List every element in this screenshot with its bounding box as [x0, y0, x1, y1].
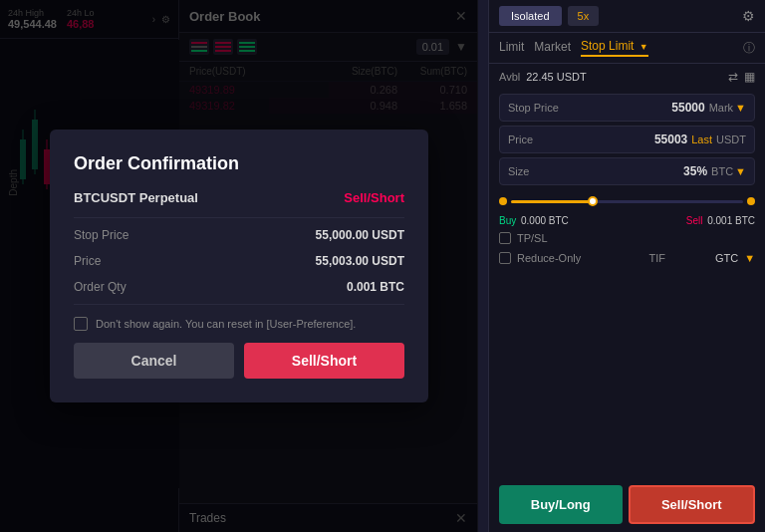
modal-instrument-row: BTCUSDT Perpetual Sell/Short	[74, 190, 404, 205]
size-dropdown-icon[interactable]: ▼	[735, 165, 746, 177]
modal-instrument-name: BTCUSDT Perpetual	[74, 190, 198, 205]
size-field[interactable]: Size 35% BTC ▼	[499, 157, 755, 185]
slider-fill	[511, 200, 593, 203]
wallet-icon[interactable]: ▦	[744, 70, 755, 84]
tab-stop-limit[interactable]: Stop Limit ▼	[581, 39, 648, 57]
buy-sell-qty-labels: Buy 0.000 BTC Sell 0.001 BTC	[489, 213, 765, 228]
price-unit-usdt: USDT	[716, 133, 746, 145]
size-slider[interactable]	[511, 200, 743, 203]
price-value[interactable]: 55003	[654, 133, 687, 146]
modal-confirm-button[interactable]: Sell/Short	[244, 343, 404, 379]
avbl-label: Avbl	[499, 71, 520, 83]
reduce-only-row: Reduce-Only TIF GTC ▼	[489, 248, 765, 268]
leverage-button[interactable]: 5x	[568, 6, 600, 26]
slider-end-dot	[747, 197, 755, 205]
size-slider-row	[489, 189, 765, 213]
transfer-icon[interactable]: ⇄	[728, 70, 738, 84]
order-type-tabs: Limit Market Stop Limit ▼ ⓘ	[489, 33, 765, 64]
order-type-info-icon[interactable]: ⓘ	[743, 40, 755, 57]
size-unit: BTC	[711, 165, 733, 177]
size-label: Size	[508, 165, 683, 177]
modal-price-value: 55,003.00 USDT	[316, 254, 404, 268]
modal-stop-price-value: 55,000.00 USDT	[316, 228, 404, 242]
tif-dropdown-icon[interactable]: ▼	[744, 252, 755, 264]
sell-short-button[interactable]: Sell/Short	[629, 485, 756, 524]
modal-stop-price-row: Stop Price 55,000.00 USDT	[74, 222, 404, 248]
modal-stop-price-label: Stop Price	[74, 228, 128, 242]
modal-price-row: Price 55,003.00 USDT	[74, 248, 404, 274]
stop-price-dropdown-icon[interactable]: ▼	[735, 102, 746, 114]
modal-qty-value: 0.001 BTC	[347, 280, 404, 294]
tif-value: GTC	[715, 252, 738, 264]
reduce-only-label: Reduce-Only	[517, 252, 581, 264]
modal-dont-show-checkbox[interactable]	[74, 317, 88, 331]
price-field[interactable]: Price 55003 Last USDT	[499, 126, 755, 153]
margin-controls: Isolated 5x ⚙	[489, 0, 765, 33]
available-balance-row: Avbl 22.45 USDT ⇄ ▦	[489, 64, 765, 90]
isolated-margin-button[interactable]: Isolated	[499, 6, 562, 26]
tab-stop-limit-dropdown-icon: ▼	[639, 42, 648, 52]
stop-price-field[interactable]: Stop Price 55000 Mark ▼	[499, 94, 755, 122]
price-label: Price	[508, 133, 654, 145]
modal-side: Sell/Short	[344, 190, 404, 205]
tif-label: TIF	[649, 252, 705, 264]
modal-title: Order Confirmation	[74, 153, 404, 174]
action-buttons: Buy/Long Sell/Short	[489, 477, 765, 532]
stop-price-label: Stop Price	[508, 102, 671, 114]
sell-qty-label: Sell 0.001 BTC	[686, 215, 755, 226]
modal-divider-2	[74, 304, 404, 305]
tpsl-label: TP/SL	[517, 232, 548, 244]
margin-settings-icon[interactable]: ⚙	[742, 8, 755, 24]
tpsl-row: TP/SL	[489, 228, 765, 248]
avbl-icons: ⇄ ▦	[728, 70, 755, 84]
modal-overlay: Order Confirmation BTCUSDT Perpetual Sel…	[0, 0, 478, 532]
slider-thumb[interactable]	[588, 196, 598, 206]
reduce-only-checkbox[interactable]	[499, 252, 511, 264]
modal-checkbox-row: Don't show again. You can reset in [User…	[74, 317, 404, 331]
slider-start-dot	[499, 197, 507, 205]
modal-qty-row: Order Qty 0.001 BTC	[74, 274, 404, 300]
buy-long-button[interactable]: Buy/Long	[499, 485, 623, 524]
price-unit-last: Last	[691, 133, 712, 145]
stop-price-value[interactable]: 55000	[671, 101, 704, 115]
right-panel: Isolated 5x ⚙ Limit Market Stop Limit ▼ …	[488, 0, 765, 532]
modal-price-label: Price	[74, 254, 101, 268]
tab-market[interactable]: Market	[534, 40, 571, 56]
size-value[interactable]: 35%	[683, 164, 707, 178]
modal-cancel-button[interactable]: Cancel	[74, 343, 234, 379]
tab-limit[interactable]: Limit	[499, 40, 524, 56]
modal-buttons: Cancel Sell/Short	[74, 343, 404, 379]
stop-price-unit: Mark	[709, 102, 733, 114]
buy-qty-label: Buy 0.000 BTC	[499, 215, 569, 226]
modal-divider-1	[74, 217, 404, 218]
order-confirmation-modal: Order Confirmation BTCUSDT Perpetual Sel…	[50, 130, 428, 402]
avbl-value: 22.45 USDT	[526, 71, 587, 83]
modal-dont-show-text: Don't show again. You can reset in [User…	[96, 318, 356, 330]
tpsl-checkbox[interactable]	[499, 232, 511, 244]
modal-qty-label: Order Qty	[74, 280, 127, 294]
